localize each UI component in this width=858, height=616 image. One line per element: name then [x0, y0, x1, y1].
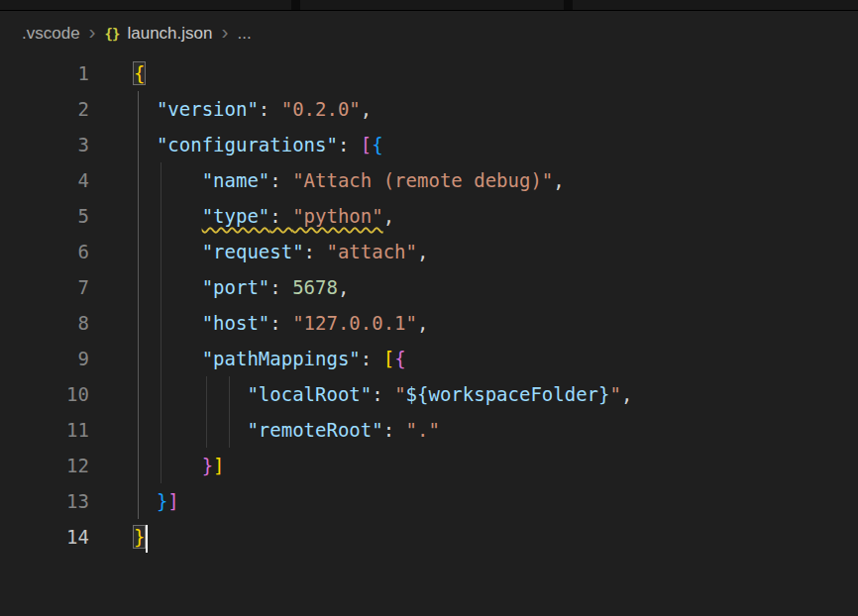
tab-separator — [291, 0, 300, 10]
line-number[interactable]: 11 — [0, 412, 89, 448]
breadcrumb: .vscode › {} launch.json › ... — [0, 11, 858, 55]
code-token — [134, 205, 202, 227]
code-lines[interactable]: 1{2 "version": "0.2.0",3 "configurations… — [0, 55, 858, 555]
line-number[interactable]: 2 — [0, 91, 89, 127]
code-text[interactable]: "localRoot": "${workspaceFolder}", — [89, 376, 632, 412]
code-text[interactable]: "remoteRoot": "." — [89, 412, 440, 448]
code-token: } — [202, 455, 213, 476]
code-token: { — [394, 348, 405, 369]
code-token: ] — [167, 490, 178, 512]
line-number[interactable]: 12 — [0, 448, 89, 483]
code-line[interactable]: 5 "type": "python", — [0, 198, 858, 234]
code-token: , — [417, 312, 428, 334]
breadcrumb-folder[interactable]: .vscode — [22, 24, 80, 44]
code-text[interactable]: "configurations": [{ — [89, 127, 383, 162]
code-token: "127.0.0.1" — [292, 312, 417, 334]
code-token — [134, 312, 202, 334]
code-line[interactable]: 10 "localRoot": "${workspaceFolder}", — [0, 376, 858, 412]
code-line[interactable]: 4 "name": "Attach (remote debug)", — [0, 162, 858, 198]
tab-bar-edge — [0, 0, 858, 11]
code-line[interactable]: 11 "remoteRoot": "." — [0, 412, 858, 448]
chevron-right-icon: › — [221, 21, 228, 42]
code-token: : — [304, 241, 327, 262]
code-token: { — [134, 62, 145, 84]
code-token: 5678 — [292, 276, 338, 298]
code-editor[interactable]: 1{2 "version": "0.2.0",3 "configurations… — [0, 55, 858, 555]
code-token: : — [269, 312, 292, 334]
code-line[interactable]: 6 "request": "attach", — [0, 234, 858, 269]
code-text[interactable]: { — [89, 55, 145, 91]
code-token: : — [383, 419, 406, 441]
code-text[interactable]: } — [89, 519, 148, 555]
code-token: "attach" — [326, 241, 417, 262]
code-token: , — [621, 383, 632, 405]
code-line[interactable]: 1{ — [0, 55, 858, 91]
code-token: , — [553, 169, 564, 191]
code-token: "pathMappings" — [202, 348, 361, 369]
line-number[interactable]: 8 — [0, 305, 89, 341]
line-number[interactable]: 6 — [0, 234, 89, 269]
code-token: : — [269, 169, 292, 191]
code-token: "0.2.0" — [281, 98, 361, 120]
code-text[interactable]: "name": "Attach (remote debug)", — [89, 162, 565, 198]
code-token: } — [134, 526, 145, 548]
code-token — [134, 455, 202, 476]
code-token: " — [394, 383, 405, 405]
code-token: "request" — [202, 241, 304, 262]
json-file-icon: {} — [105, 26, 120, 42]
code-token: "host" — [202, 312, 270, 334]
line-number[interactable]: 5 — [0, 198, 89, 234]
code-text[interactable]: "type": "python", — [89, 198, 394, 234]
code-line[interactable]: 3 "configurations": [{ — [0, 127, 858, 162]
code-line[interactable]: 13 }] — [0, 483, 858, 519]
text-cursor — [146, 525, 148, 553]
code-token: ] — [213, 455, 224, 476]
code-text[interactable]: }] — [89, 483, 179, 519]
code-line[interactable]: 14} — [0, 519, 858, 555]
breadcrumb-symbol[interactable]: ... — [237, 24, 251, 44]
code-token — [134, 348, 202, 369]
code-token: "Attach (remote debug)" — [292, 169, 553, 191]
chevron-right-icon: › — [89, 21, 96, 42]
line-number[interactable]: 14 — [0, 519, 89, 555]
code-token: : — [361, 348, 383, 369]
tab-separator — [564, 0, 573, 10]
code-line[interactable]: 7 "port": 5678, — [0, 269, 858, 305]
code-token: : — [338, 134, 361, 155]
code-token — [134, 276, 202, 298]
code-token: " — [609, 383, 620, 405]
line-number[interactable]: 13 — [0, 483, 89, 519]
line-number[interactable]: 3 — [0, 127, 89, 162]
breadcrumb-file[interactable]: launch.json — [127, 24, 212, 44]
code-text[interactable]: "version": "0.2.0", — [89, 91, 372, 127]
code-text[interactable]: "pathMappings": [{ — [89, 341, 406, 376]
code-token — [134, 98, 157, 120]
code-text[interactable]: }] — [89, 448, 225, 483]
code-token: "version" — [157, 98, 259, 120]
code-line[interactable]: 12 }] — [0, 448, 858, 483]
line-number[interactable]: 9 — [0, 341, 89, 376]
code-token: "name" — [202, 169, 270, 191]
code-token — [134, 169, 202, 191]
line-number[interactable]: 1 — [0, 55, 89, 91]
code-token: , — [361, 98, 372, 120]
code-token: ${workspaceFolder} — [406, 383, 610, 405]
code-token: "remoteRoot" — [247, 419, 382, 441]
code-line[interactable]: 9 "pathMappings": [{ — [0, 341, 858, 376]
code-token: "python" — [292, 205, 383, 227]
code-token — [134, 419, 247, 441]
code-text[interactable]: "request": "attach", — [89, 234, 428, 269]
code-line[interactable]: 2 "version": "0.2.0", — [0, 91, 858, 127]
code-token: : — [269, 205, 292, 227]
code-text[interactable]: "host": "127.0.0.1", — [89, 305, 428, 341]
line-number[interactable]: 10 — [0, 376, 89, 412]
code-token: [ — [383, 348, 394, 369]
code-text[interactable]: "port": 5678, — [89, 269, 349, 305]
vscode-editor-window: { "breadcrumb": { "folder": ".vscode", "… — [0, 0, 858, 616]
line-number[interactable]: 7 — [0, 269, 89, 305]
code-token: [ — [361, 134, 372, 155]
line-number[interactable]: 4 — [0, 162, 89, 198]
code-token: : — [259, 98, 281, 120]
code-token: "." — [406, 419, 440, 441]
code-line[interactable]: 8 "host": "127.0.0.1", — [0, 305, 858, 341]
